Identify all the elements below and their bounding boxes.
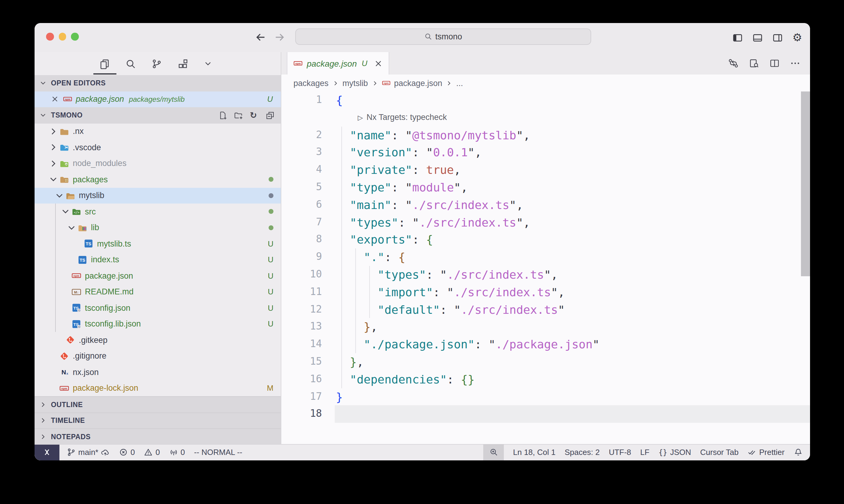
breadcrumb-item[interactable]: packages [293, 78, 329, 88]
code-line-7[interactable]: 7 "types": "./src/index.ts", [281, 214, 810, 231]
editor-scrollbar[interactable] [801, 91, 810, 276]
language-mode[interactable]: {}JSON [658, 448, 691, 457]
code-line-6[interactable]: 6 "main": "./src/index.ts", [281, 196, 810, 214]
activity-search-icon[interactable] [125, 58, 136, 69]
tree-item-.nx[interactable]: .nx [35, 123, 281, 139]
breadcrumb-item[interactable]: package.json [394, 78, 442, 88]
line-number: 10 [281, 266, 322, 284]
line-number: 4 [281, 161, 322, 179]
code-line-8[interactable]: 8 "exports": { [281, 231, 810, 249]
toggle-panel-icon[interactable] [753, 32, 763, 43]
open-editor-path: packages/mytslib [129, 95, 185, 104]
new-folder-icon[interactable] [234, 111, 243, 120]
code-line-5[interactable]: 5 "type": "module", [281, 179, 810, 196]
code-line-4[interactable]: 4 "private": true, [281, 161, 810, 179]
close-icon[interactable] [374, 59, 383, 68]
breadcrumb-item[interactable]: mytslib [343, 78, 368, 88]
tree-item-index.ts[interactable]: TSindex.tsU [35, 252, 281, 268]
code-line-10[interactable]: 10 "types": "./src/index.ts", [281, 266, 810, 284]
md-icon: M↓ [71, 287, 81, 297]
panel-timeline[interactable]: TIMELINE [35, 412, 281, 428]
close-icon[interactable] [51, 95, 59, 103]
close-window-button[interactable] [46, 33, 54, 40]
collapse-all-icon[interactable] [265, 111, 275, 120]
chevron-spacer [61, 303, 70, 313]
minimize-window-button[interactable] [58, 33, 66, 40]
tree-item-.vscode[interactable]: .vscode [35, 139, 281, 156]
code-line-12[interactable]: 12 "default": "./src/index.ts" [281, 301, 810, 318]
split-icon[interactable] [770, 58, 780, 69]
cursor-tab[interactable]: Cursor Tab [700, 448, 739, 457]
tree-item-nx.json[interactable]: Nxnx.json [35, 364, 281, 380]
panel-notepads[interactable]: NOTEPADS [35, 428, 281, 444]
remote-indicator[interactable] [35, 444, 59, 461]
git-icon [66, 335, 75, 345]
compare-icon[interactable] [728, 58, 739, 69]
code-line-18[interactable]: 18 [281, 406, 810, 423]
tree-item-lib[interactable]: lib [35, 220, 281, 236]
indentation[interactable]: Spaces: 2 [565, 448, 600, 457]
ellipsis-icon[interactable] [790, 58, 800, 69]
command-center-search[interactable]: tsmono [295, 29, 591, 45]
errors-indicator[interactable]: 0 [119, 448, 135, 457]
tree-item-tsconfig.lib.json[interactable]: TS⚙tsconfig.lib.jsonU [35, 316, 281, 332]
error-circle-icon [119, 448, 128, 457]
code-line-11[interactable]: 11 "import": "./src/index.ts", [281, 284, 810, 301]
activity-extensions-icon[interactable] [178, 58, 188, 69]
cloud-upload-icon [101, 448, 110, 457]
zoom-indicator[interactable] [483, 444, 504, 461]
activity-source-control-icon[interactable] [152, 58, 162, 69]
tree-item-tsconfig.json[interactable]: TS⚙tsconfig.jsonU [35, 300, 281, 316]
code-line-3[interactable]: 3 "version": "0.0.1", [281, 144, 810, 161]
forward-arrow-icon[interactable] [274, 32, 285, 43]
breadcrumb-item[interactable]: ... [456, 78, 463, 88]
tree-item-.gitignore[interactable]: .gitignore [35, 348, 281, 364]
line-number: 15 [281, 353, 322, 371]
explorer-section-header[interactable]: TSMONO ↻ [35, 107, 281, 123]
preview-search-icon[interactable] [749, 58, 759, 69]
encoding[interactable]: UTF-8 [609, 448, 631, 457]
tree-item-src[interactable]: </>src [35, 203, 281, 220]
tree-item-package-lock.json[interactable]: npmpackage-lock.jsonM [35, 380, 281, 396]
code-line-2[interactable]: 2 "name": "@tsmono/mytslib", [281, 126, 810, 144]
gear-icon[interactable]: ⚙ [792, 32, 802, 43]
eol[interactable]: LF [640, 448, 649, 457]
toggle-secondary-sidebar-icon[interactable] [773, 32, 783, 43]
codelens-run-link[interactable]: ▷Nx Targets: typecheck [358, 109, 447, 127]
code-line-14[interactable]: 14 "./package.json": "./package.json" [281, 336, 810, 353]
warnings-indicator[interactable]: 0 [144, 448, 160, 457]
code-line-1[interactable]: 1{ [281, 91, 810, 109]
code-line-13[interactable]: 13 }, [281, 318, 810, 336]
tree-item-node_modules[interactable]: JSnode_modules [35, 156, 281, 172]
toggle-sidebar-icon[interactable] [733, 32, 743, 43]
activity-explorer-icon[interactable] [100, 58, 110, 69]
open-editors-header[interactable]: OPEN EDITORS [35, 75, 281, 91]
cursor-position[interactable]: Ln 18, Col 1 [513, 448, 555, 457]
branch-indicator[interactable]: main* [67, 448, 110, 457]
code-line-17[interactable]: 17} [281, 388, 810, 406]
vim-mode[interactable]: -- NORMAL -- [194, 448, 242, 457]
tree-item-.gitkeep[interactable]: .gitkeep [35, 332, 281, 348]
zoom-window-button[interactable] [71, 33, 79, 40]
notifications[interactable] [794, 448, 803, 457]
code-editor[interactable]: 1{▷Nx Targets: typecheck2 "name": "@tsmo… [281, 91, 810, 444]
tree-item-package.json[interactable]: npmpackage.jsonU [35, 268, 281, 284]
ports-indicator[interactable]: 0 [169, 448, 185, 457]
tree-item-mytslib[interactable]: mytslib [35, 187, 281, 203]
open-editor-item[interactable]: npm package.json packages/mytslib U [35, 91, 281, 107]
tree-item-packages[interactable]: packages [35, 172, 281, 187]
code-line-16[interactable]: 16 "dependencies": {} [281, 371, 810, 388]
back-arrow-icon[interactable] [255, 32, 266, 43]
tree-item-README.md[interactable]: M↓README.mdU [35, 284, 281, 300]
activity-more-icon[interactable] [204, 59, 212, 68]
new-file-icon[interactable] [218, 111, 227, 120]
tab-package-json[interactable]: npm package.json U [287, 52, 389, 74]
svg-text:M↓: M↓ [74, 290, 79, 294]
panel-outline[interactable]: OUTLINE [35, 396, 281, 412]
status-label: -- NORMAL -- [194, 448, 242, 457]
refresh-icon[interactable]: ↻ [250, 111, 259, 120]
tree-item-mytslib.ts[interactable]: TSmytslib.tsU [35, 236, 281, 252]
formatter[interactable]: Prettier [747, 448, 785, 457]
code-line-15[interactable]: 15 }, [281, 353, 810, 371]
code-line-9[interactable]: 9 ".": { [281, 248, 810, 266]
